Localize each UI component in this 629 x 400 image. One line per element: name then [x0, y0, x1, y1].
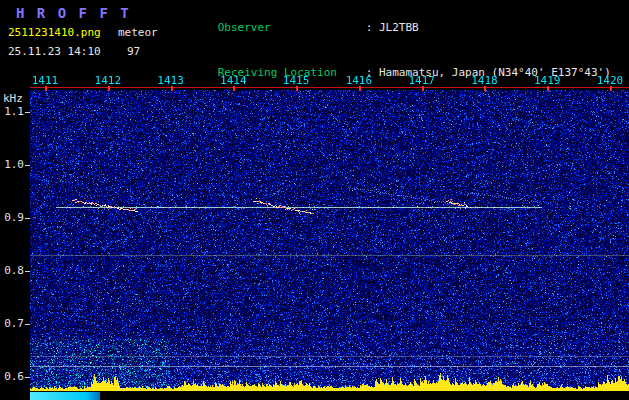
x-tick-label: 1412: [95, 74, 122, 87]
x-tick-label: 1411: [32, 74, 59, 87]
x-tick-label: 1419: [534, 74, 561, 87]
y-tick-mark: [25, 165, 30, 166]
time-axis: 1411141214131414141514161417141814191420: [0, 74, 629, 86]
info-label: Observer: [218, 20, 366, 35]
y-tick-label: 1.1: [4, 105, 24, 118]
y-tick-mark: [25, 218, 30, 219]
frequency-axis-unit: kHz: [3, 92, 23, 105]
x-tick-label: 1413: [157, 74, 184, 87]
spectrogram-canvas: [30, 86, 629, 400]
y-tick-label: 0.7: [4, 317, 24, 330]
x-tick-label: 1415: [283, 74, 310, 87]
x-tick-label: 1414: [220, 74, 247, 87]
app-title: H R O F F T: [16, 5, 131, 21]
echo-count: 97: [127, 45, 140, 58]
y-tick-mark: [25, 112, 30, 113]
y-tick-label: 1.0: [4, 158, 24, 171]
y-tick-mark: [25, 377, 30, 378]
x-tick-label: 1418: [471, 74, 498, 87]
x-tick-label: 1420: [597, 74, 624, 87]
y-tick-label: 0.8: [4, 264, 24, 277]
y-tick-mark: [25, 271, 30, 272]
y-tick-mark: [25, 324, 30, 325]
mode-label: meteor: [118, 26, 158, 39]
frequency-axis: kHz 1.11.00.90.80.70.6: [0, 0, 30, 400]
info-separator: :: [366, 21, 379, 34]
x-tick-label: 1416: [346, 74, 373, 87]
hrofft-app-window: H R O F F T 2511231410.png meteor 25.11.…: [0, 0, 629, 400]
x-tick-label: 1417: [408, 74, 435, 87]
y-tick-label: 0.6: [4, 370, 24, 383]
info-row-observer: Observer: JL2TBB: [178, 5, 611, 50]
y-tick-label: 0.9: [4, 211, 24, 224]
info-value: JL2TBB: [379, 21, 419, 34]
